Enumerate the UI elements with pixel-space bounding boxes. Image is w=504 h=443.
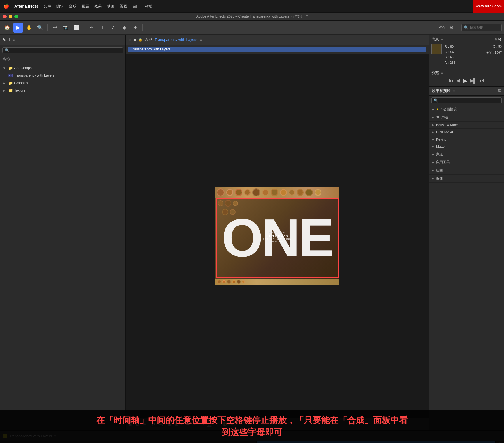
effects-item-cinema4d[interactable]: ▶ CINEMA 4D [429,129,504,136]
chevron-right-icon: ▶ [432,177,434,180]
search-icon: 🔍 [464,25,469,30]
frame-back-button[interactable]: ◀ [456,78,460,83]
color-b: B：46 [445,54,455,60]
lock-icon[interactable]: ■ [134,38,136,42]
preview-controls: ⏮ ◀ ▶ ▶▌ ⏭ [431,77,502,84]
effects-panel-header: 效果和预设 ≡ 库 [429,87,504,96]
chevron-down-icon: ▼ [3,67,7,70]
menu-view[interactable]: 视图 [120,4,127,9]
minimize-button[interactable] [9,15,12,18]
tree-item-aa-comps[interactable]: ▼ 📁 AA_Comps ⋮ [0,64,125,72]
skip-back-button[interactable]: ⏮ [449,78,454,83]
menu-window[interactable]: 窗口 [132,4,140,9]
chevron-right-icon: ▶ [432,169,434,172]
folder-icon-graphics: 📁 [8,81,13,85]
menu-composition[interactable]: 合成 [69,4,76,9]
effects-item-3d[interactable]: ▶ 3D 声道 [429,113,504,122]
frame-forward-button[interactable]: ▶▌ [470,78,477,83]
comp-preview: ONE ── ✂ ── LANEKA'S CUSTOM CLOTHING SIN… [215,187,339,285]
folder-label-graphics: Graphics [14,81,28,85]
project-panel-menu-icon[interactable]: ≡ [13,38,15,42]
effects-item-keying[interactable]: ▶ Keying [429,136,504,143]
camera-tool[interactable]: 📷 [61,23,71,33]
effects-search[interactable]: 🔍 [429,96,504,105]
comp-panel-menu-icon[interactable]: ≡ [200,38,202,42]
project-panel: 项目 ≡ 🔍 名称 ▼ 📁 AA_Comps ⋮ Ps Transparency… [0,35,126,430]
project-search-wrap[interactable]: 🔍 [2,47,123,53]
brush-tool[interactable]: 🖌 [108,23,118,33]
composition-view[interactable]: ONE ── ✂ ── LANEKA'S CUSTOM CLOTHING SIN… [126,54,429,418]
effects-item-boris[interactable]: ▶ Boris FX Mocha [429,122,504,129]
effects-item-keyer[interactable]: ▶ 抠像 [429,175,504,183]
right-panel: 信息 ≡ 音频 R：80 G：66 B：46 A：255 X：53 + Y： [429,35,504,430]
menu-effect[interactable]: 效果 [94,4,102,9]
annotation-overlay: 在「时间轴」中间的任意位置按下空格键停止播放，「只要能在「合成」面板中看 到这些… [0,410,504,443]
top-strip [215,187,339,198]
audio-tab[interactable]: 音频 [494,37,502,42]
folder-options-icon[interactable]: ⋮ [119,66,123,70]
annotation-line2: 到这些字母即可 [2,426,502,438]
puppet-tool[interactable]: ✦ [130,23,140,33]
apple-menu[interactable]: 🍎 [3,3,9,9]
chevron-right-icon: ▶ [432,108,434,111]
search-help-input[interactable] [470,26,499,30]
project-search-input[interactable] [11,48,121,52]
align-settings[interactable]: ⚙ [447,23,456,33]
comp-header-lock[interactable]: 🔒 [138,38,142,42]
effects-item-utility[interactable]: ▶ 实用工具 [429,158,504,166]
annotation-line1: 在「时间轴」中间的任意位置按下空格键停止播放，「只要能在「合成」面板中看 [2,414,502,426]
effects-item-matte[interactable]: ▶ Matte [429,143,504,150]
menu-file[interactable]: 文件 [44,4,51,9]
window-controls[interactable] [3,15,18,18]
info-panel: 信息 ≡ 音频 R：80 G：66 B：46 A：255 X：53 + Y： [429,35,504,68]
maximize-button[interactable] [14,15,18,18]
effects-item-distort[interactable]: ▶ 扭曲 [429,166,504,175]
tree-item-texture[interactable]: ▶ 📁 Texture [0,87,125,94]
effects-item-animation[interactable]: ▶ ★ * 动画预设 [429,105,504,113]
effects-item-label: 扭曲 [436,168,443,173]
select-tool[interactable]: ▶ [13,23,23,33]
menu-layer[interactable]: 图层 [82,4,89,9]
info-menu-icon[interactable]: ≡ [441,37,443,41]
menu-edit[interactable]: 编辑 [56,4,64,9]
menu-animation[interactable]: 动画 [107,4,114,9]
close-icon[interactable]: ✕ [129,38,131,42]
library-button[interactable]: 库 [498,88,501,93]
effects-item-channel[interactable]: ▶ 声道 [429,150,504,158]
chevron-right-icon: ▶ [432,153,434,156]
color-r: R：80 [445,44,455,49]
search-help-box[interactable]: 🔍 [461,24,502,31]
play-button[interactable]: ▶ [463,77,467,84]
comp-tab[interactable]: Transparency with Layers [128,47,426,52]
color-values: R：80 G：66 B：46 A：255 [445,44,455,65]
align-label: 对齐 [439,25,445,30]
effects-list: ▶ ★ * 动画预设 ▶ 3D 声道 ▶ Boris FX Mocha ▶ CI… [429,105,504,430]
tree-item-transparency[interactable]: Ps Transparency with Layers [0,72,125,79]
chevron-right-icon: ▶ [432,130,434,134]
effects-menu-icon[interactable]: ≡ [453,89,455,93]
chevron-right-icon: ▶ [3,82,7,85]
effects-search-input[interactable] [438,99,500,102]
close-button[interactable] [3,15,7,18]
stamp-tool[interactable]: ◆ [119,23,129,33]
zoom-tool[interactable]: 🔍 [35,23,45,33]
color-g: G：66 [445,49,455,55]
pen-tool[interactable]: ✒ [86,23,96,33]
rect-tool[interactable]: ⬜ [72,23,82,33]
tree-item-graphics[interactable]: ▶ 📁 Graphics [0,79,125,87]
preview-menu-icon[interactable]: ≡ [441,71,443,75]
main-preview-area: ONE ── ✂ ── LANEKA'S CUSTOM CLOTHING SIN… [215,198,339,279]
comp-panel-header: ✕ ■ 🔒 合成 Transparency with Layers ≡ [126,35,429,45]
comp-icon: Ps [8,74,13,77]
menu-help[interactable]: 帮助 [145,4,153,9]
menu-bar: 🍎 After Effects 文件 编辑 合成 图层 效果 动画 视图 窗口 … [0,0,504,13]
hand-tool[interactable]: ✋ [24,23,34,33]
home-button[interactable]: 🏠 [2,23,12,33]
comp-panel-title: 合成 [145,37,152,42]
coord-values: X：53 + Y：1067 [486,44,502,65]
undo-tool[interactable]: ↩ [50,23,60,33]
chevron-right-icon: ▶ [432,116,434,119]
effects-search-wrap[interactable]: 🔍 [431,97,502,103]
skip-forward-button[interactable]: ⏭ [479,78,484,83]
text-tool[interactable]: T [97,23,107,33]
